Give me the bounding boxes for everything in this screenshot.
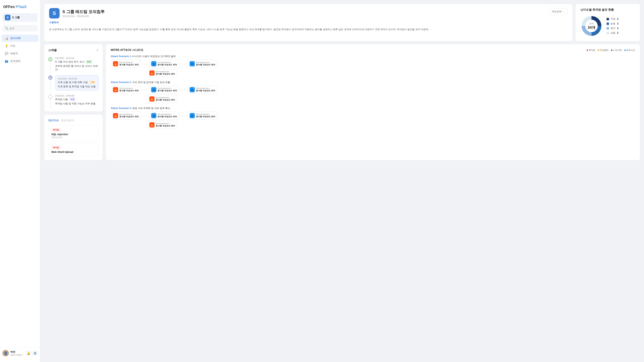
- legend-vuln: 취약점: [587, 49, 595, 52]
- sidebar-item-org[interactable]: 👥 조직관리: [2, 57, 38, 65]
- node-text-1-3: Reconnaissance 문서형 악성코드 제작: [196, 61, 215, 66]
- scenario-2-row-1: 🔥 Reconnaissance 문서형 악성코드 제작 - - → 🗂 Rec…: [111, 86, 635, 94]
- legend-label-high: 높음: [610, 22, 616, 25]
- node-text-1-2: Reconnaissance 문서형 악성코드 제작: [158, 61, 177, 66]
- badge-done-1: 완료: [86, 60, 92, 63]
- node-text-3-3: Reconnaissance 문서형 악성코드 제작: [196, 113, 215, 118]
- project-title-row: S S 그룹 레드팀 모의침투 2023/12/04 - 2024/02/29: [49, 8, 105, 18]
- sidebar: OFFen PTaaS S S 그룹 🔍 📊 인사이트 💡 이슈 💬 라운지 👥…: [0, 0, 40, 362]
- issue-type-badge-2: 취약점: [51, 146, 60, 149]
- user-name: 허연: [10, 350, 24, 354]
- attack-node-3-2: 🗂 Reconnaissance 문서형 악성코드 제작: [149, 112, 179, 120]
- insight-icon: 📊: [5, 37, 8, 40]
- node-text-2-2: Reconnaissance 문서형 악성코드 제작: [158, 87, 177, 92]
- notifications-button[interactable]: 🔔: [26, 351, 31, 356]
- scenario-3-row-1: 🔥 Reconnaissance 문서형 악성코드 제작 - - → 🗂 Rec…: [111, 112, 635, 120]
- node-text-3-1: Reconnaissance 문서형 악성코드 제작: [119, 113, 139, 118]
- task-2-1: 타겟 선별 및 수행 계획 수립 진행: [58, 80, 96, 84]
- node-icon-red-4: 🔥: [149, 96, 154, 102]
- node-icon-red-1: 🔥: [113, 61, 118, 66]
- rounds-icon: 💬: [5, 52, 8, 55]
- legend-dot-medium: [606, 27, 609, 29]
- scenario-1-num: Attack Scenario 1.: [111, 55, 132, 58]
- legend-dot-critical: [606, 18, 609, 20]
- badge-active-1: 진행: [89, 80, 96, 84]
- scenario-3: Attack Scenario 3. 운영 서버 무력화 및 내부 침투 확산 …: [111, 107, 635, 129]
- attack-node-3-1: 🔥 Reconnaissance 문서형 악성코드 제작: [111, 112, 141, 120]
- task-3-2: 취약점 식별 및 악용 가능성 여부 판별: [55, 102, 98, 105]
- search-box[interactable]: 🔍: [2, 25, 38, 31]
- project-meta: S 그룹 레드팀 모의침투 2023/12/04 - 2024/02/29: [62, 9, 105, 18]
- project-header: S S 그룹 레드팀 모의침투 2023/12/04 - 2024/02/29 …: [49, 8, 568, 18]
- scenario-2: Attack Scenario 2. 서버 장악 및 임직원 기밀 정보 유출 …: [111, 81, 635, 103]
- donut-chart: 전체 34개: [580, 15, 602, 37]
- expand-icon[interactable]: ↗: [96, 48, 98, 52]
- scenario-2-row-2: - - → 🔥 Reconnaissance 문서형 악성코드 제작: [111, 95, 635, 103]
- search-input[interactable]: [10, 27, 35, 30]
- issue-name-2: Web Shell Upload: [51, 150, 96, 153]
- scenario-2-flow: 🔥 Reconnaissance 문서형 악성코드 제작 - - → 🗂 Rec…: [111, 86, 635, 103]
- task-1-2: 외부에 공개된 웹 서비스 및 서비스 도메인...: [55, 64, 98, 71]
- task-2-2: 타겟 분류 및 취약점 식별 대상 선별: [58, 85, 96, 88]
- tab-recent-issues[interactable]: 최근이슈: [48, 119, 59, 123]
- donut-center: 전체 34개: [588, 22, 595, 30]
- node-text-3-2: Reconnaissance 문서형 악성코드 제작: [158, 113, 177, 118]
- node-icon-blue-1: 🗂: [151, 61, 156, 66]
- overview-button[interactable]: 개요상세 →: [548, 8, 568, 15]
- legend-count-critical: 3: [617, 18, 618, 20]
- schedule-card: 스케줄 ↗ ✓ 23/12/04 - 23/12/15: [44, 44, 103, 111]
- schedule-content-2: 23/12/18 - 23/12/22 타겟 선별 및 수행 계획 수립 진행 …: [55, 75, 98, 90]
- donut-total-count: 34개: [588, 25, 595, 30]
- org-avatar: S: [5, 15, 10, 20]
- node-text-1-4: Reconnaissance 문서형 악성코드 제작: [156, 71, 175, 75]
- legend-malicious: 악성행위: [598, 49, 608, 52]
- schedule-dot-2: ⏰: [48, 76, 52, 80]
- issue-type-badge-1: 취약점: [51, 128, 60, 132]
- sidebar-nav: 📊 인사이트 💡 이슈 💬 라운지 👥 조직관리: [0, 34, 40, 65]
- sidebar-item-rounds[interactable]: 💬 라운지: [2, 50, 38, 57]
- sidebar-label-insight: 인사이트: [10, 36, 21, 40]
- project-description: 본 프로젝트는 S 그룹 소유의 공개된 웹 서비스를 거점으로 S 그룹의 I…: [49, 27, 568, 31]
- issue-name-1: SQL Injection: [51, 133, 96, 136]
- scenario-3-desc: 운영 서버 무력화 및 내부 침투 확산: [132, 107, 170, 110]
- logo-part2: PTaaS: [16, 5, 26, 9]
- scenario-2-desc: 서버 장악 및 임직원 기밀 정보 유출: [132, 81, 170, 84]
- legend-item-low: 낮음 3: [606, 31, 618, 34]
- org-selector[interactable]: S S 그룹: [2, 13, 38, 22]
- task-3-1: 취약점 식별 예정: [55, 97, 98, 101]
- node-text-3-4: Reconnaissance 문서형 악성코드 제작: [156, 122, 175, 127]
- scenario-3-row-2: - - → 🔥 Reconnaissance 문서형 악성코드 제작: [111, 121, 635, 129]
- scenario-2-title: Attack Scenario 2. 서버 장악 및 임직원 기밀 정보 유출: [111, 81, 635, 84]
- avatar: 👤: [2, 350, 9, 356]
- issues-icon: 💡: [5, 44, 8, 47]
- sidebar-item-insight[interactable]: 📊 인사이트: [2, 34, 38, 42]
- sidebar-item-issues[interactable]: 💡 이슈: [2, 42, 38, 49]
- user-info: 허연 gjduxxs@sgr...: [10, 350, 24, 356]
- issue-item-1: 취약점 SQL Injection 2024/01/01: [48, 125, 98, 141]
- schedule-tasks-3: 취약점 식별 예정 취약점 식별 및 악용 가능성 여부 판별: [55, 97, 98, 105]
- settings-button[interactable]: ⚙️: [32, 351, 38, 356]
- scenario-3-title: Attack Scenario 3. 운영 서버 무력화 및 내부 침투 확산: [111, 107, 635, 110]
- schedule-item-3: 23/12/26 - 24/01/05 취약점 식별 예정 취약점 식별 및 악…: [48, 92, 98, 107]
- sidebar-label-rounds: 라운지: [10, 52, 18, 55]
- schedule-tasks-2: 타겟 선별 및 수행 계획 수립 진행 타겟 분류 및 취약점 식별 대상 선별: [58, 80, 96, 88]
- attack-node-3-4: 🔥 Reconnaissance 문서형 악성코드 제작: [147, 121, 177, 129]
- search-icon: 🔍: [5, 27, 8, 30]
- attack-node-1-3: 🗂 Reconnaissance 문서형 악성코드 제작: [187, 60, 218, 68]
- schedule-date-2: 23/12/18 - 23/12/22: [58, 77, 96, 80]
- mitre-title: MITRE ATT&CK 시나리오: [111, 48, 144, 52]
- node-text-2-1: Reconnaissance 문서형 악성코드 제작: [119, 87, 139, 92]
- node-icon-blue-3: 🗂: [151, 87, 156, 92]
- project-icon: S: [49, 8, 60, 18]
- tab-recent-rounds[interactable]: 최근라운지: [61, 119, 74, 123]
- legend-dot-low: [606, 32, 609, 34]
- overview-label: 개요상세: [552, 10, 561, 13]
- legend-count-low: 3: [617, 31, 618, 34]
- schedule-date-1: 23/12/04 - 23/12/15: [55, 57, 98, 59]
- mitre-legend: 취약점 악성행위 시도내역 공격시도: [587, 49, 635, 52]
- node-text-2-3: Reconnaissance 문서형 악성코드 제작: [196, 87, 215, 92]
- arrow-icon: →: [562, 10, 564, 13]
- donut-content: 전체 34개 치명 3 높음 3: [580, 15, 635, 37]
- schedule-list: ✓ 23/12/04 - 23/12/15 S 그룹 자산 정보 전수 조사 완…: [48, 55, 98, 107]
- flow-arrow-4: - - →: [180, 88, 186, 91]
